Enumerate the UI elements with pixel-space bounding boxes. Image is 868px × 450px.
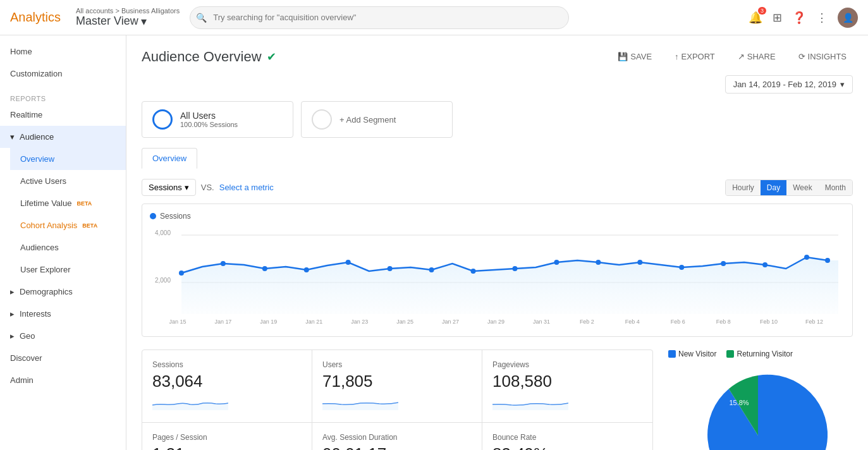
svg-point-9 (388, 266, 393, 271)
sidebar-item-lifetime-value[interactable]: Lifetime ValueBETA (10, 192, 126, 214)
time-buttons: Hourly Day Week Month (725, 179, 853, 196)
svg-text:2,000: 2,000 (155, 277, 171, 284)
svg-text:Feb 12: Feb 12 (805, 319, 823, 325)
avatar[interactable]: 👤 (838, 8, 858, 28)
insights-icon: ⟳ (798, 52, 805, 61)
sidebar-item-interests[interactable]: ▸ Interests (0, 303, 126, 325)
visitor-legend: New Visitor Returning Visitor (668, 350, 848, 358)
sidebar-item-geo[interactable]: ▸ Geo (0, 325, 126, 347)
new-visitor-color (668, 350, 676, 358)
sidebar: Home Customization REPORTS Realtime ▾ Au… (0, 35, 126, 450)
svg-text:Jan 31: Jan 31 (533, 319, 550, 325)
svg-text:Jan 25: Jan 25 (396, 319, 413, 325)
chart-controls: Sessions ▾ VS. Select a metric Hourly Da… (142, 179, 853, 196)
svg-point-12 (512, 266, 517, 271)
svg-text:Jan 17: Jan 17 (214, 319, 231, 325)
share-button[interactable]: ↗ SHARE (731, 48, 782, 65)
grid-icon[interactable]: ⊞ (773, 11, 782, 25)
svg-point-11 (471, 269, 476, 274)
sidebar-item-cohort-analysis[interactable]: Cohort AnalysisBETA (10, 214, 126, 236)
sparkline-sessions (152, 395, 228, 410)
sidebar-item-demographics[interactable]: ▸ Demographics (0, 281, 126, 303)
svg-text:Jan 15: Jan 15 (169, 319, 186, 325)
svg-point-19 (804, 255, 809, 260)
sessions-chart: 4,000 2,000 (150, 226, 845, 327)
save-button[interactable]: 💾 SAVE (611, 48, 658, 65)
sparkline-pageviews (492, 395, 568, 410)
sidebar-item-customization[interactable]: Customization (0, 63, 126, 85)
chart-legend: Sessions (150, 212, 845, 221)
visitor-pie-chart: 84.2% 15.8% (688, 366, 828, 450)
account-info: All accounts > Business Alligators Maste… (76, 7, 180, 28)
insights-button[interactable]: ⟳ INSIGHTS (792, 48, 853, 65)
page-title: Audience Overview ✔ (142, 49, 276, 65)
sidebar-item-overview[interactable]: Overview (10, 148, 126, 170)
svg-point-18 (762, 262, 767, 267)
sessions-legend-dot (150, 213, 156, 219)
date-range-text: Jan 14, 2019 - Feb 12, 2019 (733, 80, 836, 89)
sidebar-item-discover[interactable]: Discover (0, 347, 126, 369)
metric-dropdown[interactable]: Sessions ▾ (142, 179, 196, 196)
time-btn-month[interactable]: Month (819, 180, 852, 195)
help-icon[interactable]: ❓ (792, 11, 806, 25)
metric-pages-session: Pages / Session 1.31 (142, 423, 312, 450)
svg-text:Feb 4: Feb 4 (625, 319, 640, 325)
export-button[interactable]: ↑ EXPORT (668, 48, 721, 65)
more-icon[interactable]: ⋮ (816, 11, 828, 25)
chevron-down-icon: ▾ (840, 80, 845, 89)
share-icon: ↗ (738, 52, 745, 61)
select-metric[interactable]: Select a metric (219, 183, 274, 192)
svg-point-14 (596, 260, 601, 265)
date-range-row: Jan 14, 2019 - Feb 12, 2019 ▾ (142, 75, 853, 94)
time-btn-hourly[interactable]: Hourly (726, 180, 761, 195)
sidebar-item-audience[interactable]: ▾ Audience (0, 126, 126, 148)
notifications-icon[interactable]: 🔔 3 (749, 11, 762, 25)
svg-point-7 (304, 267, 309, 272)
svg-text:15.8%: 15.8% (729, 399, 749, 406)
segment-name: All Users (180, 111, 238, 121)
sidebar-item-user-explorer[interactable]: User Explorer (10, 258, 126, 281)
date-range-selector[interactable]: Jan 14, 2019 - Feb 12, 2019 ▾ (725, 75, 853, 94)
sidebar-item-realtime[interactable]: Realtime (0, 104, 126, 126)
page-header: Audience Overview ✔ 💾 SAVE ↑ EXPORT ↗ SH… (142, 48, 853, 65)
bottom-section: Sessions 83,064 Users 71,805 (142, 350, 853, 450)
nav-right: 🔔 3 ⊞ ❓ ⋮ 👤 (749, 8, 858, 28)
add-segment-card[interactable]: + Add Segment (301, 101, 453, 138)
svg-text:Feb 6: Feb 6 (671, 319, 685, 325)
main-content: Audience Overview ✔ 💾 SAVE ↑ EXPORT ↗ SH… (126, 35, 868, 450)
search-wrapper: 🔍 (190, 6, 569, 29)
metric-users: Users 71,805 (312, 350, 482, 423)
sidebar-item-home[interactable]: Home (0, 40, 126, 63)
returning-visitor-color (726, 350, 734, 358)
beta-badge-lifetime: BETA (76, 200, 92, 207)
svg-point-6 (262, 266, 267, 271)
time-btn-day[interactable]: Day (761, 180, 786, 195)
svg-text:Jan 29: Jan 29 (487, 319, 504, 325)
sidebar-item-active-users[interactable]: Active Users (10, 170, 126, 192)
svg-point-20 (825, 258, 830, 263)
sidebar-audience-sub: Overview Active Users Lifetime ValueBETA… (0, 148, 126, 281)
notification-badge: 3 (758, 7, 766, 15)
metric-sessions: Sessions 83,064 (142, 350, 312, 423)
svg-point-8 (346, 260, 351, 265)
tab-overview[interactable]: Overview (142, 148, 197, 169)
svg-point-4 (179, 271, 184, 276)
svg-text:Jan 27: Jan 27 (442, 319, 459, 325)
master-view-selector[interactable]: Master View ▾ (76, 15, 180, 28)
segments-row: All Users 100.00% Sessions + Add Segment (142, 101, 853, 138)
svg-text:Feb 2: Feb 2 (580, 319, 594, 325)
chart-area: Sessions 4,000 2,000 (142, 204, 853, 337)
main-layout: Home Customization REPORTS Realtime ▾ Au… (0, 35, 868, 450)
sidebar-item-admin[interactable]: Admin (0, 369, 126, 391)
beta-badge-cohort: BETA (82, 222, 97, 229)
header-actions: 💾 SAVE ↑ EXPORT ↗ SHARE ⟳ INSIGHTS (611, 48, 853, 65)
add-segment-label: + Add Segment (339, 115, 396, 125)
new-visitor-slice (707, 375, 828, 450)
tab-row: Overview (142, 148, 853, 169)
search-input[interactable] (190, 6, 569, 29)
svg-point-16 (679, 265, 684, 270)
export-icon: ↑ (675, 52, 679, 61)
all-users-segment[interactable]: All Users 100.00% Sessions (142, 101, 293, 138)
sidebar-item-audiences[interactable]: Audiences (10, 236, 126, 258)
time-btn-week[interactable]: Week (786, 180, 818, 195)
